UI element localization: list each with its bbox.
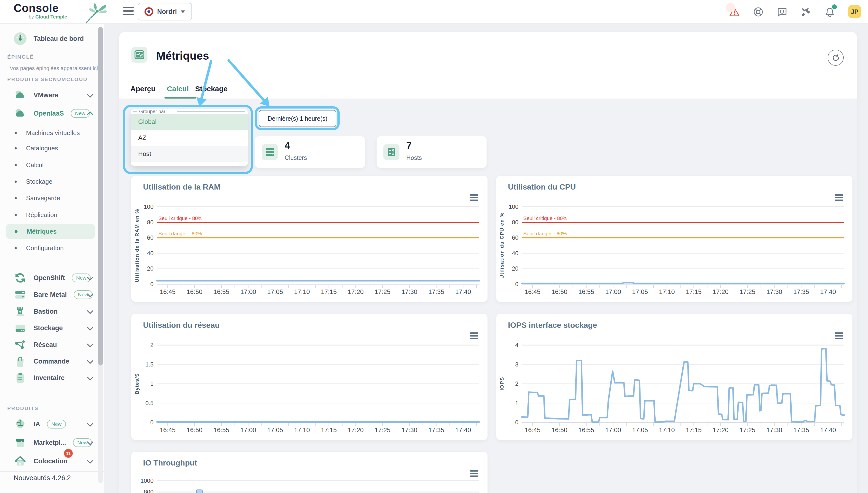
sidebar-item-ia[interactable]: IA New — [0, 417, 104, 431]
clusters-stat-card: 4 Clusters — [255, 136, 365, 168]
chart-card-iops: IOPS interface stockage 0123416:4516:501… — [496, 314, 852, 440]
sync-icon — [14, 271, 27, 284]
tenant-selector[interactable]: Nordri — [138, 3, 192, 20]
groupby-option-az[interactable]: AZ — [131, 130, 248, 146]
chevron-down-icon — [87, 420, 93, 427]
svg-text:17:00: 17:00 — [240, 288, 256, 295]
svg-text:60: 60 — [512, 234, 518, 241]
menu-toggle-icon[interactable] — [123, 7, 134, 16]
chart-menu-icon[interactable] — [470, 194, 478, 202]
sidebar-item-dashboard[interactable]: Tableau de bord — [0, 32, 104, 45]
alert-badge-bg — [726, 3, 735, 12]
sidebar-item-metriques[interactable]: Métriques — [0, 224, 104, 238]
sidebar: Tableau de bord ÉPINGLÉ Vos pages épingl… — [0, 23, 104, 493]
sidebar-scrollbar-thumb[interactable] — [98, 27, 103, 365]
network-usage-chart: 00.511.5216:4516:5016:5517:0017:0517:101… — [131, 314, 488, 440]
tools-icon[interactable] — [800, 6, 811, 17]
svg-text:17:40: 17:40 — [455, 426, 471, 434]
sidebar-item-bastion[interactable]: Bastion — [0, 305, 104, 318]
sidebar-item-commande[interactable]: Commande — [0, 355, 104, 368]
avatar[interactable]: JP — [848, 5, 861, 18]
svg-text:100: 100 — [509, 203, 518, 210]
svg-text:1000: 1000 — [141, 477, 154, 484]
feedback-icon[interactable] — [777, 6, 787, 17]
sidebar-item-machines-virtuelles[interactable]: Machines virtuelles — [0, 126, 104, 140]
chart-title: Utilisation de la RAM — [143, 183, 220, 192]
svg-text:20: 20 — [512, 265, 518, 272]
svg-text:17:10: 17:10 — [294, 288, 310, 295]
sidebar-item-catalogues[interactable]: Catalogues — [0, 142, 104, 155]
dragonfly-logo-icon — [81, 3, 108, 25]
chart-menu-icon[interactable] — [835, 333, 843, 340]
svg-text:16:45: 16:45 — [525, 426, 540, 434]
svg-text:17:05: 17:05 — [267, 288, 283, 295]
groupby-dropdown: Grouper par Global AZ Host — [131, 109, 248, 166]
sidebar-item-sauvegarde[interactable]: Sauvegarde — [0, 191, 104, 205]
svg-text:17:20: 17:20 — [713, 426, 729, 434]
tab-stockage[interactable]: Stockage — [195, 85, 227, 93]
sidebar-item-inventaire[interactable]: Inventaire — [0, 371, 104, 385]
svg-text:IOPS: IOPS — [499, 377, 505, 390]
sidebar-item-bare-metal[interactable]: Bare Metal New — [0, 288, 104, 301]
chart-menu-icon[interactable] — [470, 470, 478, 478]
support-icon[interactable] — [753, 6, 763, 17]
chart-menu-icon[interactable] — [835, 194, 843, 202]
svg-text:17:00: 17:00 — [605, 426, 621, 434]
svg-text:17:30: 17:30 — [401, 426, 417, 434]
svg-text:0: 0 — [150, 419, 154, 426]
svg-text:17:35: 17:35 — [428, 288, 444, 295]
chevron-down-icon — [87, 358, 93, 364]
sidebar-item-marketplace[interactable]: Marketpl... New — [0, 436, 104, 449]
chart-menu-icon[interactable] — [470, 333, 478, 340]
chevron-down-icon — [87, 341, 93, 347]
svg-text:Seuil danger - 60%: Seuil danger - 60% — [158, 231, 202, 236]
svg-text:17:40: 17:40 — [455, 288, 471, 295]
hosts-count: 7 — [406, 140, 411, 151]
svg-text:17:35: 17:35 — [428, 426, 444, 434]
svg-text:17:10: 17:10 — [659, 426, 675, 434]
svg-text:17:20: 17:20 — [713, 288, 729, 295]
svg-text:0: 0 — [150, 281, 154, 287]
svg-text:Seuil critique - 80%: Seuil critique - 80% — [158, 215, 202, 221]
svg-text:800: 800 — [144, 489, 154, 493]
svg-text:17:15: 17:15 — [321, 288, 337, 295]
sidebar-item-configuration[interactable]: Configuration — [0, 241, 104, 255]
svg-text:17:25: 17:25 — [739, 288, 755, 295]
svg-text:17:20: 17:20 — [348, 426, 364, 434]
groupby-option-host[interactable]: Host — [131, 146, 248, 162]
svg-text:16:45: 16:45 — [525, 288, 540, 295]
svg-text:40: 40 — [147, 250, 154, 256]
sidebar-item-vmware[interactable]: VMware — [0, 88, 104, 102]
tab-calcul[interactable]: Calcul — [167, 85, 189, 93]
svg-text:17:25: 17:25 — [739, 426, 755, 434]
notifications-icon[interactable] — [824, 6, 835, 17]
sidebar-item-openiaas[interactable]: OpenIaaS New — [0, 107, 104, 120]
alerts-icon[interactable] — [729, 6, 739, 17]
sidebar-item-calcul[interactable]: Calcul — [0, 158, 104, 172]
chevron-down-icon — [87, 307, 93, 314]
sidebar-item-colocation[interactable]: Colocation — [0, 454, 104, 468]
sidebar-item-replication[interactable]: Réplication — [0, 208, 104, 222]
refresh-button[interactable] — [828, 50, 844, 66]
svg-text:17:00: 17:00 — [240, 426, 256, 434]
svg-text:16:50: 16:50 — [186, 426, 202, 434]
sidebar-item-reseau[interactable]: Réseau — [0, 338, 104, 351]
sidebar-item-stockage-child[interactable]: Stockage — [0, 175, 104, 188]
svg-text:16:45: 16:45 — [160, 288, 176, 295]
sidebar-item-stockage[interactable]: Stockage — [0, 321, 104, 335]
groupby-option-global[interactable]: Global — [131, 114, 248, 130]
brain-icon — [14, 417, 27, 431]
topbar: Console byCloud Temple Nordri — [0, 0, 868, 24]
tenant-roundel-icon — [144, 7, 153, 16]
svg-text:16:55: 16:55 — [213, 288, 229, 295]
metrics-content: Grouper par Global AZ Host Dernière(s) 1… — [119, 99, 857, 493]
tab-apercu[interactable]: Aperçu — [130, 85, 155, 93]
cpu-usage-chart: 02040608010016:4516:5016:5517:0017:0517:… — [496, 176, 852, 302]
time-range-button[interactable]: Dernière(s) 1 heure(s) — [259, 110, 336, 127]
pinned-empty-hint: Vos pages épinglées apparaissent ici — [10, 65, 98, 71]
whats-new-link[interactable]: Nouveautés 4.26.2 — [14, 474, 71, 482]
svg-text:17:20: 17:20 — [348, 288, 364, 295]
sidebar-item-openshift[interactable]: OpenShift New — [0, 271, 104, 285]
console-logo[interactable]: Console byCloud Temple — [14, 2, 101, 20]
shopping-bag-icon — [14, 355, 27, 368]
